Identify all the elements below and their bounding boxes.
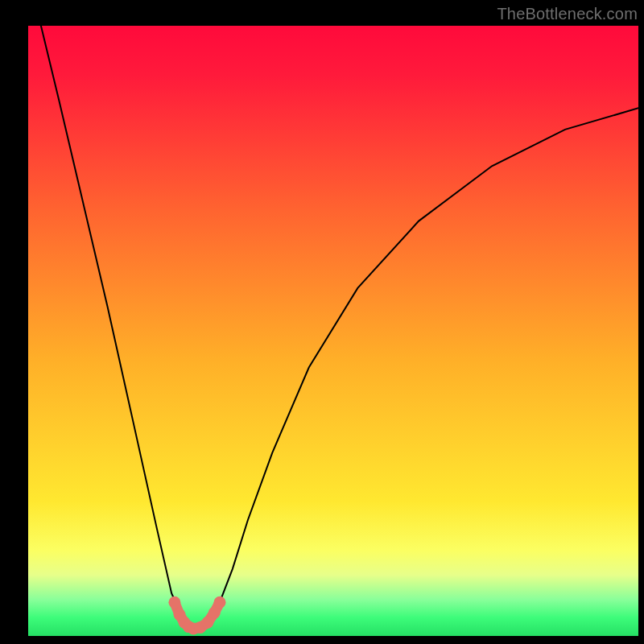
plot-area bbox=[28, 26, 638, 636]
bottleneck-curve bbox=[41, 26, 638, 627]
highlight-dot bbox=[168, 597, 180, 609]
attribution-text: TheBottleneck.com bbox=[497, 5, 638, 23]
curve-layer bbox=[28, 26, 638, 636]
highlight-dot bbox=[208, 607, 221, 619]
highlight-dot bbox=[214, 597, 226, 609]
